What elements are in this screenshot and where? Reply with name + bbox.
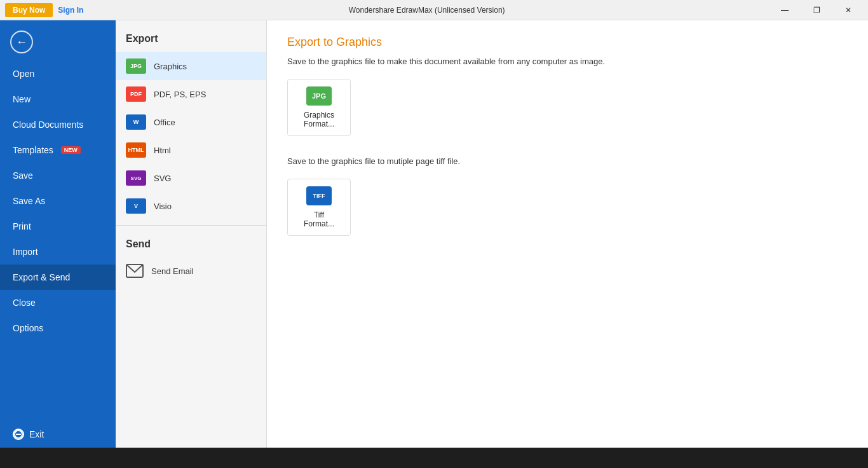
- tiff-format-icon: TIFF: [306, 186, 332, 205]
- main-layout: ← Open New Cloud Documents Templates NEW…: [0, 20, 868, 448]
- graphics-format-card[interactable]: JPG GraphicsFormat...: [287, 79, 351, 136]
- graphics-format-icon: JPG: [306, 86, 332, 106]
- sidebar-item-open[interactable]: Open: [0, 61, 116, 86]
- back-icon: ←: [10, 31, 33, 53]
- export-section-title: Export: [116, 20, 266, 52]
- close-button[interactable]: ✕: [834, 0, 863, 20]
- buy-now-button[interactable]: Buy Now: [5, 3, 53, 17]
- sidebar-item-options[interactable]: Options: [0, 315, 116, 341]
- restore-button[interactable]: ❐: [802, 0, 831, 20]
- exit-icon: [13, 429, 24, 440]
- pdf-icon: PDF: [126, 86, 146, 102]
- export-office-item[interactable]: W Office: [116, 108, 266, 136]
- sidebar-item-cloud[interactable]: Cloud Documents: [0, 112, 116, 137]
- window-controls: — ❐ ✕: [770, 0, 863, 20]
- email-icon: [126, 264, 144, 278]
- sidebar-item-import[interactable]: Import: [0, 239, 116, 265]
- word-icon: W: [126, 114, 146, 130]
- export-visio-item[interactable]: V Visio: [116, 192, 266, 220]
- send-section-title: Send: [116, 225, 266, 258]
- svg-icon: SVG: [126, 170, 146, 186]
- export-pdf-item[interactable]: PDF PDF, PS, EPS: [116, 80, 266, 108]
- svg-point-0: [15, 430, 22, 438]
- export-graphics-item[interactable]: JPG Graphics: [116, 52, 266, 80]
- app-title: Wondershare EdrawMax (Unlicensed Version…: [83, 6, 770, 15]
- visio-icon: V: [126, 198, 146, 214]
- export-svg-item[interactable]: SVG SVG: [116, 164, 266, 192]
- tiff-format-label: TiffFormat...: [304, 210, 334, 228]
- html-icon: HTML: [126, 142, 146, 158]
- sidebar-item-export[interactable]: Export & Send: [0, 265, 116, 290]
- tiff-cards: TIFF TiffFormat...: [287, 179, 848, 236]
- sidebar-item-close[interactable]: Close: [0, 290, 116, 315]
- tiff-description: Save to the graphics file to mutiple pag…: [287, 156, 848, 166]
- title-bar-actions: Buy Now Sign In: [5, 3, 83, 17]
- tiff-format-card[interactable]: TIFF TiffFormat...: [287, 179, 351, 236]
- title-bar: Buy Now Sign In Wondershare EdrawMax (Un…: [0, 0, 868, 20]
- content-area: Export to Graphics Save to the graphics …: [267, 20, 868, 448]
- minimize-button[interactable]: —: [770, 0, 799, 20]
- back-button[interactable]: ←: [0, 25, 116, 59]
- export-html-item[interactable]: HTML Html: [116, 136, 266, 164]
- sidebar-item-saveas[interactable]: Save As: [0, 188, 116, 214]
- sidebar: ← Open New Cloud Documents Templates NEW…: [0, 20, 116, 448]
- graphics-cards: JPG GraphicsFormat...: [287, 79, 848, 136]
- graphics-description: Save to the graphics file to make this d…: [287, 57, 848, 66]
- sidebar-item-exit[interactable]: Exit: [0, 421, 116, 448]
- sidebar-item-new[interactable]: New: [0, 86, 116, 112]
- sign-in-button[interactable]: Sign In: [58, 6, 83, 15]
- sidebar-item-print[interactable]: Print: [0, 214, 116, 239]
- sidebar-item-save[interactable]: Save: [0, 163, 116, 188]
- new-badge: NEW: [61, 146, 81, 154]
- sidebar-item-templates[interactable]: Templates NEW: [0, 137, 116, 163]
- send-email-item[interactable]: Send Email: [116, 258, 266, 284]
- graphics-format-label: GraphicsFormat...: [304, 111, 334, 128]
- taskbar: [0, 448, 868, 468]
- middle-panel: Export JPG Graphics PDF PDF, PS, EPS W O…: [116, 20, 267, 448]
- graphics-icon: JPG: [126, 59, 146, 74]
- content-title: Export to Graphics: [287, 36, 848, 49]
